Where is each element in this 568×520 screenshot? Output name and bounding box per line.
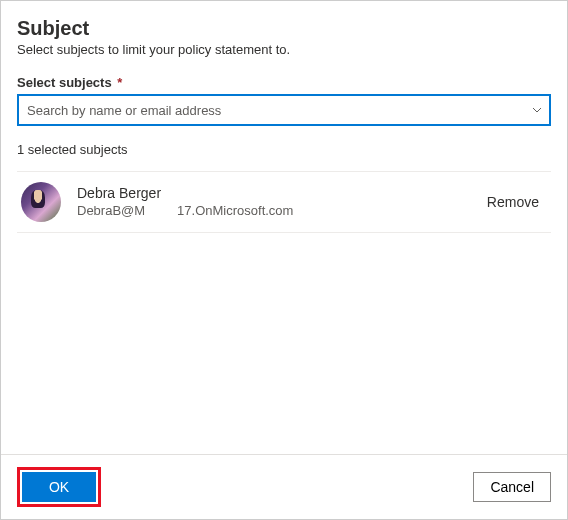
person-info: Debra Berger DebraB@M17.OnMicrosoft.com [77,184,479,219]
subjects-list: Debra Berger DebraB@M17.OnMicrosoft.com … [17,171,551,233]
panel-footer: OK Cancel [1,454,567,519]
page-subtitle: Select subjects to limit your policy sta… [17,42,551,57]
avatar [21,182,61,222]
search-input[interactable] [17,94,551,126]
search-container [17,94,551,126]
list-item: Debra Berger DebraB@M17.OnMicrosoft.com … [17,172,551,233]
person-email: DebraB@M17.OnMicrosoft.com [77,203,479,220]
email-part1: DebraB@M [77,203,145,220]
panel-content: Subject Select subjects to limit your po… [1,1,567,454]
required-indicator: * [117,75,122,90]
select-subjects-label: Select subjects * [17,75,551,90]
page-title: Subject [17,17,551,40]
remove-button[interactable]: Remove [479,188,547,216]
ok-highlight: OK [17,467,101,507]
field-label-text: Select subjects [17,75,112,90]
selected-count: 1 selected subjects [17,142,551,157]
ok-button[interactable]: OK [22,472,96,502]
email-part2: 17.OnMicrosoft.com [177,203,293,220]
cancel-button[interactable]: Cancel [473,472,551,502]
person-name: Debra Berger [77,184,479,202]
